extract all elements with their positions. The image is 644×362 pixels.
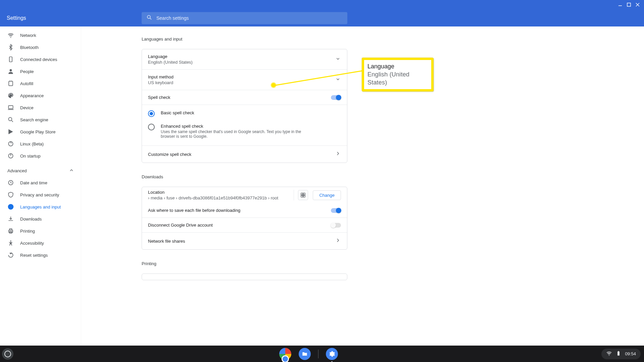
sidebar-item-label: Reset settings [20, 253, 48, 258]
sidebar-item-languages[interactable]: Languages and input [0, 201, 81, 213]
svg-point-25 [10, 241, 11, 242]
chevron-down-icon [335, 56, 341, 63]
minimize-button[interactable] [616, 1, 625, 8]
svg-rect-31 [617, 352, 620, 356]
sidebar-item-label: People [20, 69, 34, 74]
download-location-row: Location › media › fuse › drivefs-dba308… [142, 187, 347, 203]
svg-point-4 [147, 15, 150, 18]
network-shares-row[interactable]: Network file shares [142, 232, 347, 249]
radio-checked-icon [148, 110, 155, 117]
sidebar-item-appearance[interactable]: Appearance [0, 89, 81, 102]
ask-download-toggle[interactable] [331, 208, 341, 213]
sidebar-item-search-engine[interactable]: Search engine [0, 114, 81, 126]
search-input[interactable] [156, 15, 343, 21]
search-icon [7, 116, 14, 123]
enhanced-spellcheck-radio[interactable]: Enhanced spell check Uses the same spell… [142, 120, 347, 142]
spellcheck-label: Spell check [148, 95, 170, 100]
location-label: Location [148, 190, 290, 195]
settings-app-icon[interactable] [326, 348, 338, 360]
sidebar-item-play-store[interactable]: Google Play Store [0, 126, 81, 138]
input-method-value: US keyboard [148, 80, 174, 85]
status-tray[interactable]: 09:54 [601, 349, 641, 359]
svg-rect-29 [303, 195, 305, 197]
sidebar-item-label: Appearance [20, 93, 44, 98]
svg-rect-6 [9, 57, 12, 62]
sidebar-item-label: Date and time [20, 180, 47, 185]
sidebar-item-bluetooth[interactable]: Bluetooth [0, 41, 81, 53]
accessibility-icon [7, 240, 14, 246]
change-location-button[interactable]: Change [313, 190, 341, 200]
spellcheck-row: Spell check [142, 90, 347, 105]
page-title: Settings [7, 15, 142, 21]
sidebar-item-connected-devices[interactable]: Connected devices [0, 53, 81, 65]
sidebar-item-label: Linux (Beta) [20, 141, 44, 146]
wifi-icon [7, 32, 14, 39]
sidebar-item-startup[interactable]: On startup [0, 150, 81, 162]
input-method-label: Input method [148, 74, 174, 79]
search-icon [146, 14, 152, 22]
sidebar-item-linux[interactable]: Linux (Beta) [0, 138, 81, 150]
spellcheck-toggle[interactable] [331, 95, 341, 100]
sidebar-advanced-toggle[interactable]: Advanced [0, 165, 81, 177]
power-icon [7, 153, 14, 159]
chevron-right-icon [335, 150, 341, 158]
wifi-status-icon [606, 350, 612, 357]
location-path: › media › fuse › drivefs-dba3086f01a1e51… [148, 195, 290, 200]
laptop-icon [7, 104, 14, 111]
sidebar-item-reset[interactable]: Reset settings [0, 249, 81, 261]
palette-icon [7, 92, 14, 99]
battery-status-icon [615, 350, 622, 357]
callout-subtitle: English (United States) [367, 71, 428, 86]
radio-unchecked-icon [148, 124, 155, 130]
sidebar-item-label: Connected devices [20, 57, 57, 62]
section-title-downloads: Downloads [142, 174, 347, 179]
svg-rect-26 [301, 193, 303, 195]
sidebar-item-printing[interactable]: Printing [0, 225, 81, 237]
svg-rect-1 [627, 3, 631, 6]
open-folder-button[interactable] [298, 190, 308, 200]
chevron-up-icon [69, 168, 73, 173]
close-button[interactable] [633, 1, 642, 8]
chrome-app-icon[interactable] [279, 348, 291, 360]
customize-spellcheck-row[interactable]: Customize spell check [142, 145, 347, 163]
disconnect-drive-label: Disconnect Google Drive account [148, 223, 213, 228]
files-app-icon[interactable] [299, 348, 311, 360]
sidebar-item-label: Languages and input [20, 204, 61, 209]
svg-rect-32 [618, 351, 619, 352]
sidebar-item-people[interactable]: People [0, 65, 81, 77]
sidebar-item-label: Accessibility [20, 241, 44, 246]
language-label: Language [148, 54, 193, 59]
basic-spellcheck-radio[interactable]: Basic spell check [142, 107, 347, 120]
clock-icon [7, 179, 14, 186]
language-value: English (United States) [148, 60, 193, 65]
sidebar-item-autofill[interactable]: Autofill [0, 77, 81, 89]
app-header: Settings [0, 9, 644, 26]
ask-before-download-row: Ask where to save each file before downl… [142, 203, 347, 218]
section-title-printing: Printing [142, 261, 347, 266]
globe-icon [7, 203, 14, 210]
spellcheck-options: Basic spell check Enhanced spell check U… [142, 105, 347, 145]
chevron-down-icon [335, 76, 341, 83]
languages-card: Language English (United States) Input m… [142, 49, 347, 163]
launcher-button[interactable] [2, 348, 13, 360]
enhanced-spellcheck-label: Enhanced spell check [161, 124, 315, 129]
svg-rect-23 [10, 229, 12, 230]
sidebar-item-device[interactable]: Device [0, 102, 81, 114]
clock-time: 09:54 [625, 351, 636, 356]
linux-icon [7, 140, 14, 147]
sidebar-item-date-time[interactable]: Date and time [0, 177, 81, 189]
callout-dot-icon [270, 82, 277, 88]
maximize-button[interactable] [625, 1, 633, 8]
callout-annotation: Language English (United States) [362, 58, 434, 92]
sidebar-item-label: Privacy and security [20, 192, 59, 197]
input-method-row[interactable]: Input method US keyboard [142, 69, 347, 90]
network-shares-label: Network file shares [148, 239, 185, 244]
disconnect-drive-toggle[interactable] [331, 223, 341, 228]
sidebar-advanced-label: Advanced [7, 168, 27, 173]
language-row[interactable]: Language English (United States) [142, 49, 347, 69]
search-box[interactable] [142, 12, 347, 24]
sidebar-item-downloads[interactable]: Downloads [0, 213, 81, 225]
sidebar-item-accessibility[interactable]: Accessibility [0, 237, 81, 249]
sidebar-item-network[interactable]: Network [0, 29, 81, 41]
sidebar-item-privacy[interactable]: Privacy and security [0, 189, 81, 201]
